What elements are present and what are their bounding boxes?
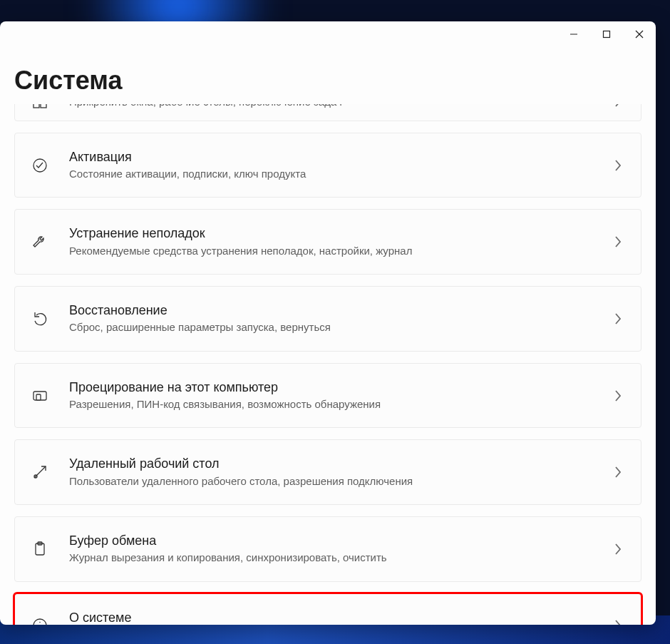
settings-row-partial[interactable]: Прикрепить окна, рабочие столы, переключ… — [14, 104, 641, 121]
row-title: Удаленный рабочий стол — [69, 456, 611, 472]
settings-row-проецирование-на-этот-компьютер[interactable]: Проецирование на этот компьютерРазрешени… — [14, 363, 641, 429]
row-title: Восстановление — [69, 302, 611, 319]
row-text: АктивацияСостояние активации, подписки, … — [69, 149, 611, 182]
settings-row-буфер-обмена[interactable]: Буфер обменаЖурнал вырезания и копирован… — [14, 516, 641, 582]
row-subtitle: Рекомендуемые средства устранения непола… — [69, 244, 611, 258]
page-title: Система — [0, 47, 656, 104]
row-text: О системеХарактеристики устройства, пере… — [69, 610, 611, 625]
info-icon — [31, 616, 49, 625]
clipboard-icon — [31, 540, 49, 558]
maximize-button[interactable] — [590, 21, 623, 47]
titlebar — [0, 21, 656, 47]
chevron-right-icon — [611, 236, 625, 247]
row-title: Устранение неполадок — [69, 225, 611, 242]
row-text: Прикрепить окна, рабочие столы, переключ… — [69, 104, 611, 109]
settings-list[interactable]: Прикрепить окна, рабочие столы, переключ… — [0, 104, 656, 625]
row-title: О системе — [69, 610, 611, 625]
settings-row-о-системе[interactable]: О системеХарактеристики устройства, пере… — [14, 593, 641, 625]
row-text: Устранение неполадокРекомендуемые средст… — [69, 225, 611, 258]
settings-row-устранение-неполадок[interactable]: Устранение неполадокРекомендуемые средст… — [14, 209, 641, 275]
row-subtitle: Сброс, расширенные параметры запуска, ве… — [69, 320, 611, 334]
row-text: Удаленный рабочий столПользователи удале… — [69, 456, 611, 489]
chevron-right-icon — [611, 390, 625, 402]
chevron-right-icon — [611, 620, 625, 625]
recovery-icon — [31, 310, 49, 328]
row-subtitle: Журнал вырезания и копирования, синхрони… — [69, 551, 611, 565]
svg-rect-1 — [604, 31, 610, 37]
row-text: Проецирование на этот компьютерРазрешени… — [69, 379, 611, 412]
chevron-right-icon — [611, 160, 625, 171]
settings-row-удаленный-рабочий-стол[interactable]: Удаленный рабочий столПользователи удале… — [14, 439, 641, 505]
row-subtitle: Пользователи удаленного рабочего стола, … — [69, 474, 611, 489]
remote-icon — [31, 463, 49, 481]
row-title: Проецирование на этот компьютер — [69, 379, 611, 396]
settings-row-активация[interactable]: АктивацияСостояние активации, подписки, … — [14, 133, 641, 198]
close-button[interactable] — [623, 21, 656, 47]
row-text: Буфер обменаЖурнал вырезания и копирован… — [69, 533, 611, 566]
wrench-icon — [31, 232, 49, 251]
chevron-right-icon — [611, 543, 625, 555]
minimize-button[interactable] — [557, 21, 590, 47]
chevron-right-icon — [611, 313, 625, 324]
settings-row-восстановление[interactable]: ВосстановлениеСброс, расширенные парамет… — [14, 286, 641, 352]
row-subtitle: Состояние активации, подписки, ключ прод… — [69, 167, 611, 181]
settings-window: Система Прикрепить окна, рабочие столы, … — [0, 21, 656, 625]
chevron-right-icon — [611, 104, 625, 107]
row-text: ВосстановлениеСброс, расширенные парамет… — [69, 302, 611, 335]
row-title: Буфер обмена — [69, 533, 611, 549]
project-icon — [31, 387, 49, 405]
row-title: Активация — [69, 149, 611, 165]
row-subtitle: Разрешения, ПИН-код связывания, возможно… — [69, 397, 611, 412]
check-circle-icon — [31, 156, 49, 175]
row-subtitle: Прикрепить окна, рабочие столы, переключ… — [69, 104, 611, 109]
chevron-right-icon — [611, 466, 625, 478]
grid-icon — [31, 104, 49, 111]
